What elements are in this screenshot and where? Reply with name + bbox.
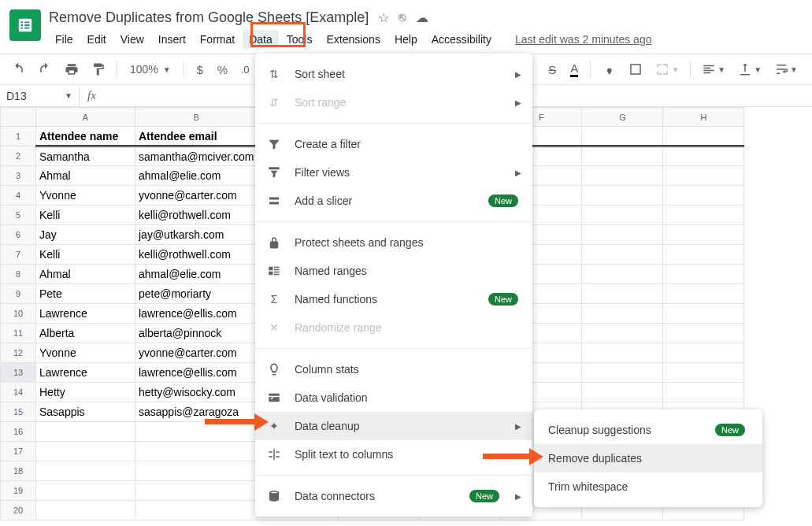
cell[interactable]: Ahmal [36,166,135,186]
select-all-corner[interactable] [1,108,36,127]
row-header-3[interactable]: 3 [1,166,36,186]
cell[interactable]: Attendee email [135,127,258,146]
menu-data-connectors[interactable]: Data connectors New ▶ [255,482,532,510]
cell[interactable]: lawrence@ellis.com [135,363,258,383]
row-header-9[interactable]: 9 [1,284,36,304]
cell[interactable]: Pete [36,284,135,304]
cell[interactable]: alberta@pinnock [135,324,258,343]
cell[interactable] [663,225,744,245]
row-header-4[interactable]: 4 [1,186,36,206]
sheets-logo[interactable] [9,9,41,41]
row-header-19[interactable]: 19 [1,481,36,501]
col-header-A[interactable]: A [36,108,135,127]
cell[interactable] [663,324,744,343]
cell[interactable] [582,324,663,343]
row-header-20[interactable]: 20 [1,501,36,520]
cell[interactable] [36,442,135,461]
cell[interactable] [36,461,135,481]
cell[interactable]: kelli@rothwell.com [135,245,258,265]
cell[interactable] [663,146,744,166]
redo-button[interactable] [33,58,57,80]
halign-button[interactable]: ▼ [697,58,730,80]
cell[interactable]: lawrence@ellis.com [135,304,258,324]
cell[interactable]: samantha@mciver.com [135,146,258,166]
cell[interactable] [582,206,663,225]
cell[interactable]: ahmal@elie.com [135,166,258,186]
submenu-cleanup-suggestions[interactable]: Cleanup suggestions New [534,416,762,444]
borders-button[interactable] [624,58,647,80]
cell[interactable] [663,284,744,304]
menu-data-cleanup[interactable]: ✦ Data cleanup ▶ [255,412,532,440]
cell[interactable] [36,422,135,442]
row-header-12[interactable]: 12 [1,343,36,363]
percent-button[interactable]: % [213,58,232,80]
cell[interactable]: jay@utkarsh.com [135,225,258,245]
cell[interactable]: Yvonne [36,343,135,363]
cell[interactable]: Lawrence [36,304,135,324]
cell[interactable] [36,501,135,520]
name-box[interactable]: D13▼ [0,90,79,102]
menu-edit[interactable]: Edit [81,30,113,49]
col-header-B[interactable]: B [135,108,258,127]
cell[interactable] [582,383,663,402]
menu-filter-views[interactable]: Filter views ▶ [255,158,532,187]
col-header-H[interactable]: H [663,108,744,127]
cell[interactable] [135,501,258,520]
paint-format-button[interactable] [87,58,110,80]
cell[interactable]: pete@moriarty [135,284,258,304]
cell[interactable]: Jay [36,225,135,245]
row-header-14[interactable]: 14 [1,383,36,402]
cloud-icon[interactable]: ☁ [416,10,428,25]
strike-button[interactable]: S [543,58,562,80]
cell[interactable]: kelli@rothwell.com [135,206,258,225]
wrap-button[interactable]: ▼ [769,58,803,80]
col-header-G[interactable]: G [582,108,663,127]
cell[interactable]: ahmal@elie.com [135,265,258,284]
cell[interactable] [663,343,744,363]
cell[interactable] [582,343,663,363]
cell[interactable] [582,304,663,324]
merge-button[interactable]: ▼ [651,58,684,80]
row-header-18[interactable]: 18 [1,461,36,481]
cell[interactable]: Alberta [36,324,135,343]
cell[interactable] [663,166,744,186]
row-header-7[interactable]: 7 [1,245,36,265]
menu-named-ranges[interactable]: Named ranges [255,257,532,285]
menu-column-stats[interactable]: Column stats [255,355,532,383]
cell[interactable] [36,481,135,501]
text-color-button[interactable]: A [565,58,584,80]
row-header-2[interactable]: 2 [1,146,36,166]
row-header-17[interactable]: 17 [1,442,36,461]
cell[interactable] [135,461,258,481]
cell[interactable] [663,265,744,284]
menu-named-functions[interactable]: Σ Named functions New [255,285,532,313]
row-header-1[interactable]: 1 [1,127,36,146]
cell[interactable] [582,284,663,304]
cell[interactable]: Yvonne [36,186,135,206]
row-header-5[interactable]: 5 [1,206,36,225]
menu-extensions[interactable]: Extensions [320,30,386,49]
cell[interactable]: hetty@wisocky.com [135,383,258,402]
submenu-remove-duplicates[interactable]: Remove duplicates [534,444,762,472]
print-button[interactable] [60,58,83,80]
cell[interactable]: Samantha [36,146,135,166]
cell[interactable]: Lawrence [36,363,135,383]
menu-insert[interactable]: Insert [152,30,192,49]
menu-tools[interactable]: Tools [280,30,319,49]
cell[interactable]: Ahmal [36,265,135,284]
cell[interactable] [663,383,744,402]
menu-sort-sheet[interactable]: ⇅ Sort sheet ▶ [255,60,532,88]
row-header-13[interactable]: 13 [1,363,36,383]
menu-data[interactable]: Data [243,30,279,49]
cell[interactable] [582,127,663,146]
zoom-select[interactable]: 100%▼ [124,63,177,76]
submenu-trim-whitespace[interactable]: Trim whitespace [534,472,762,501]
cell[interactable]: yvonne@carter.com [135,186,258,206]
undo-button[interactable] [6,58,30,80]
valign-button[interactable]: ▼ [733,58,766,80]
menu-add-slicer[interactable]: Add a slicer New [255,187,532,215]
cell[interactable] [135,481,258,501]
menu-create-filter[interactable]: Create a filter [255,130,532,158]
cell[interactable] [135,442,258,461]
cell[interactable]: Kelli [36,206,135,225]
